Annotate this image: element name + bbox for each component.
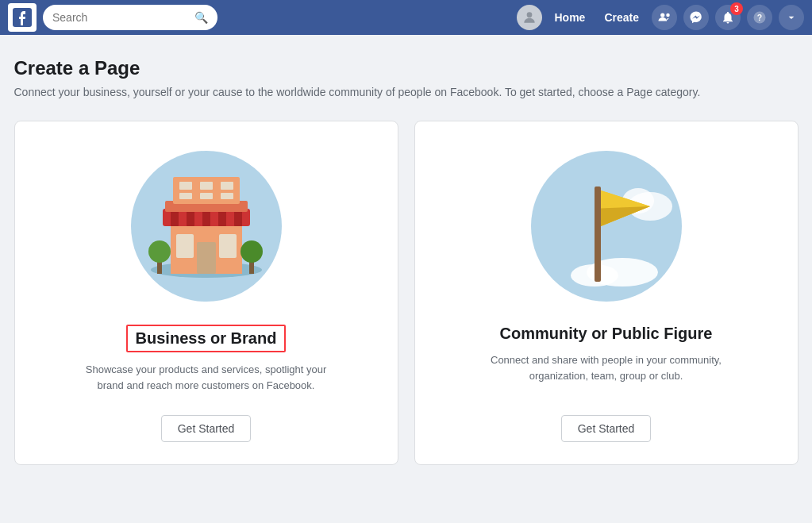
svg-rect-35 [595, 187, 601, 282]
community-public-figure-card: Community or Public Figure Connect and s… [414, 121, 799, 465]
svg-rect-22 [221, 182, 233, 190]
notification-badge: 3 [730, 2, 743, 15]
navbar-right: Home Create 3 ? [517, 5, 805, 30]
search-bar[interactable]: 🔍 [43, 5, 217, 30]
svg-rect-23 [179, 193, 192, 199]
community-public-figure-get-started-button[interactable]: Get Started [561, 415, 652, 442]
svg-rect-25 [221, 193, 233, 199]
messenger-icon-btn[interactable] [683, 5, 709, 30]
svg-rect-11 [197, 242, 216, 274]
community-public-figure-title: Community or Public Figure [500, 325, 713, 343]
business-brand-title: Business or Brand [126, 325, 287, 352]
business-brand-get-started-button[interactable]: Get Started [161, 415, 252, 442]
svg-text:?: ? [757, 13, 762, 22]
business-brand-illustration [127, 147, 286, 306]
page-subtitle: Connect your business, yourself or your … [14, 86, 799, 98]
svg-rect-10 [219, 234, 237, 258]
svg-point-29 [241, 240, 263, 263]
svg-rect-20 [179, 182, 192, 190]
create-link[interactable]: Create [598, 8, 645, 27]
business-brand-card: Business or Brand Showcase your products… [14, 121, 398, 465]
svg-rect-9 [176, 234, 194, 258]
navbar: 🔍 Home Create 3 ? [0, 0, 812, 35]
community-public-figure-desc: Connect and share with people in your co… [471, 352, 741, 383]
search-icon: 🔍 [194, 11, 208, 24]
svg-point-3 [666, 13, 670, 17]
notifications-icon-btn[interactable]: 3 [715, 5, 741, 30]
svg-point-2 [660, 13, 664, 17]
main-content: Create a Page Connect your business, you… [2, 35, 811, 487]
help-icon-btn[interactable]: ? [747, 5, 772, 30]
svg-point-27 [148, 240, 171, 263]
avatar [517, 5, 542, 30]
svg-rect-21 [200, 182, 213, 190]
facebook-logo[interactable] [8, 3, 37, 32]
page-title: Create a Page [14, 57, 799, 79]
svg-point-1 [526, 12, 532, 17]
community-public-figure-illustration [527, 147, 686, 306]
more-icon-btn[interactable] [779, 5, 804, 30]
home-link[interactable]: Home [548, 8, 592, 27]
friends-icon-btn[interactable] [652, 5, 677, 30]
search-input[interactable] [52, 11, 191, 24]
svg-rect-19 [173, 177, 240, 204]
business-brand-desc: Showcase your products and services, spo… [71, 362, 341, 393]
svg-rect-24 [200, 193, 213, 199]
cards-container: Business or Brand Showcase your products… [14, 121, 799, 465]
